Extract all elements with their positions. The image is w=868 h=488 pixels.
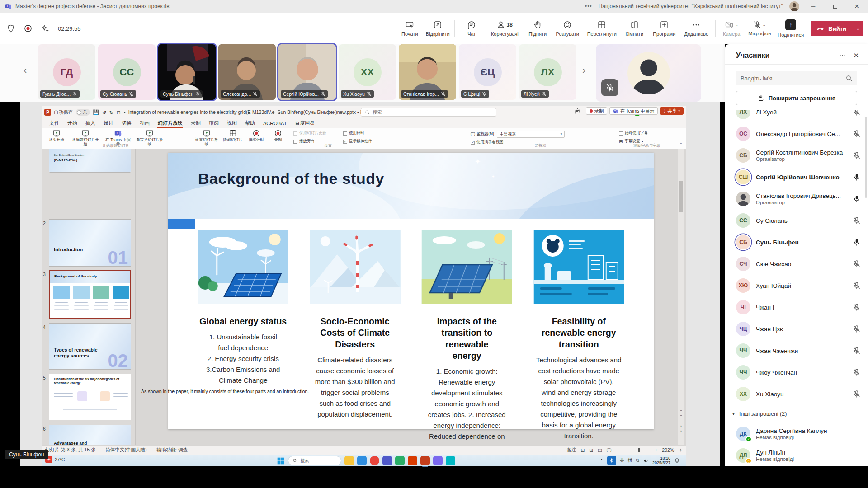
ppt-menu-tab[interactable]: 帮助 xyxy=(241,118,259,128)
ppt-search-box[interactable]: 搜索 xyxy=(361,108,496,117)
participants-button[interactable]: 18Користувачі xyxy=(486,20,524,37)
previous-slide-button[interactable]: ⌃⌃ xyxy=(678,409,684,419)
minimize-button[interactable]: ─ xyxy=(806,0,821,13)
react-button[interactable]: Реагувати xyxy=(552,20,583,37)
video-tile[interactable]: ГД Гуань Діюа... xyxy=(38,44,95,100)
ppt-menu-tab[interactable]: 插入 xyxy=(81,118,99,128)
save-icon[interactable]: 💾 xyxy=(93,109,99,115)
ppt-menu-tab[interactable]: 录制 xyxy=(187,118,205,128)
taskbar-app-icon[interactable] xyxy=(344,456,354,465)
fit-to-window-icon[interactable]: ✧ xyxy=(679,447,683,453)
taskbar-app-icon[interactable] xyxy=(433,456,443,465)
panel-scrollbar[interactable] xyxy=(865,117,867,198)
panel-more-icon[interactable] xyxy=(839,52,846,59)
taskbar-app-icon[interactable] xyxy=(395,456,405,465)
participant-row[interactable]: СБ Сунь Біньфен xyxy=(725,231,868,253)
unpin-button[interactable]: Відкріпити xyxy=(424,20,452,37)
participant-row[interactable]: СС Су Сюлань xyxy=(725,210,868,231)
normal-view-icon[interactable]: ⊡ xyxy=(580,447,585,453)
zoom-level[interactable]: 202% xyxy=(662,447,674,453)
ppt-menu-tab[interactable]: 视图 xyxy=(223,118,241,128)
camera-button[interactable]: ⌄Камера xyxy=(718,20,745,37)
video-tile[interactable]: XX Xu Xiaoyu xyxy=(339,44,396,100)
slide-thumbnail-5[interactable]: Classification of the six major categori… xyxy=(49,374,131,420)
taskbar-app-icon[interactable] xyxy=(408,456,417,465)
video-tile[interactable]: Олександр... xyxy=(218,44,276,100)
slide-thumbnail-4[interactable]: 02 Types of renewable energy sources xyxy=(49,323,131,370)
video-tile-speaking[interactable]: Сергій Юрійов... xyxy=(278,44,336,100)
ppt-share-button[interactable]: ⤴共享▾ xyxy=(660,107,684,115)
slide-thumbnail-3-selected[interactable]: Background of the study xyxy=(49,270,131,319)
maximize-button[interactable] xyxy=(827,0,843,13)
ppt-menu-tab[interactable]: 幻灯片放映 xyxy=(154,118,187,128)
participant-row[interactable]: ЧЦ Чжан Цзє xyxy=(725,318,868,340)
language-indicator[interactable]: 简体中文(中国大陆) xyxy=(105,447,146,453)
taskbar-app-icon[interactable] xyxy=(446,456,455,465)
ppt-menu-tab[interactable]: 开始 xyxy=(63,118,81,128)
video-tile[interactable]: Станіслав Ігор... xyxy=(399,44,456,100)
rooms-button[interactable]: Кімнати xyxy=(620,20,648,37)
raise-hand-button[interactable]: Підняти xyxy=(524,20,552,37)
ppt-menu-tab[interactable]: 审阅 xyxy=(205,118,223,128)
taskbar-search[interactable]: 搜索 xyxy=(288,456,341,465)
ppt-menu-tab[interactable]: 文件 xyxy=(45,118,63,128)
accessibility-status[interactable]: 辅助功能: 调查 xyxy=(156,447,188,453)
volume-icon[interactable] xyxy=(643,458,649,464)
always-captions-checkbox[interactable]: 始终使用字幕 xyxy=(619,131,648,136)
slide-thumbnail-6[interactable]: 03 Advantages and disadvantages of grid-… xyxy=(49,425,131,445)
share-tray-button[interactable]: ↑Поділитися xyxy=(774,19,807,38)
video-tile-speaking[interactable]: Сунь Біньфен xyxy=(158,44,216,100)
taskbar-clock[interactable]: 18:162025/6/27 xyxy=(652,456,670,465)
strip-scroll-left[interactable]: ‹ xyxy=(24,65,27,76)
titlebar-avatar[interactable] xyxy=(789,1,799,11)
invited-row[interactable]: ДЛ Дун Ліньїн Немає відповіді xyxy=(725,445,868,466)
view-button[interactable]: Переглянути xyxy=(583,20,620,37)
next-slide-button[interactable]: ⌄⌄ xyxy=(678,423,684,433)
tray-expand-chevron[interactable]: ⌃ xyxy=(599,458,603,463)
notes-toggle-button[interactable]: 备注 xyxy=(566,447,576,453)
panel-close-icon[interactable]: ✕ xyxy=(853,52,859,60)
collapse-ribbon-icon[interactable]: ⌃ xyxy=(679,142,683,147)
video-tile[interactable]: ЄЦ Є Цзиці xyxy=(459,44,516,100)
notifications-bell-icon[interactable] xyxy=(674,458,680,464)
slideshow-view-icon[interactable]: 🖵 xyxy=(607,447,611,453)
more-button[interactable]: Додатково xyxy=(680,20,712,37)
apps-button[interactable]: Програми xyxy=(648,20,680,37)
participant-row[interactable]: СД Станіслав Ігорович Дривець... Організ… xyxy=(725,188,868,210)
participant-row[interactable]: XX Xu Xiaoyu xyxy=(725,383,868,405)
recording-indicator-icon[interactable] xyxy=(24,24,33,33)
ime-en-indicator[interactable]: 英 xyxy=(620,457,624,464)
close-button[interactable]: ✕ xyxy=(849,0,864,13)
slide-notes-text[interactable]: As shown in the paper, it mainly consist… xyxy=(141,389,309,394)
monitor-dropdown[interactable]: 主监视器▾ xyxy=(497,131,565,138)
present-in-teams-button[interactable]: 在 Teams 中展示 xyxy=(609,107,658,115)
ppt-menu-tab[interactable]: 动画 xyxy=(136,118,154,128)
ime-pinyin-indicator[interactable]: 拼 xyxy=(628,457,632,464)
slide-thumbnail-1[interactable]: Sun Binfeng/Сунь Біньфен (E-M123d7Ve) xyxy=(49,149,131,173)
use-timings-checkbox[interactable]: 使用计时 xyxy=(343,131,364,136)
undo-icon[interactable]: ↺ xyxy=(102,110,106,115)
invited-row[interactable]: ДК Дарина Сергіївна Каплун Немає відпові… xyxy=(725,423,868,445)
participant-row[interactable]: СШ Сергій Юрійович Шевченко xyxy=(725,166,868,188)
titlebar-overflow-icon[interactable]: ••• xyxy=(585,3,592,9)
participant-row[interactable]: СЧ Сюе Чжихао xyxy=(725,253,868,275)
participant-row[interactable]: ЧІ Чжан І xyxy=(725,296,868,318)
leave-button[interactable]: Вийти ⌄ xyxy=(811,21,863,36)
video-tile[interactable]: СС Су Сюлань xyxy=(98,44,156,100)
participant-row[interactable]: ЛХ Лі Хуей xyxy=(725,110,868,123)
participant-row[interactable]: ХЮ Хуан Юйцай xyxy=(725,275,868,296)
share-invite-button[interactable]: Поширити запрошення xyxy=(736,91,857,105)
ppt-menu-tab[interactable]: ACROBAT xyxy=(259,118,291,128)
invited-section-header[interactable]: ▼ Інші запрошені (2) xyxy=(725,405,868,423)
comments-icon[interactable] xyxy=(571,107,584,115)
participant-row[interactable]: ЧЧ Чжоу Чженчан xyxy=(725,361,868,383)
taskbar-app-icon[interactable] xyxy=(420,456,430,465)
video-tile[interactable]: ЛХ Лі Хуей xyxy=(519,44,576,100)
ppt-menu-tab[interactable]: 设计 xyxy=(99,118,118,128)
start-share-button[interactable]: Почати xyxy=(396,20,424,37)
taskbar-app-icon[interactable] xyxy=(382,456,392,465)
security-shield-icon[interactable] xyxy=(6,24,15,33)
taskbar-app-icon[interactable] xyxy=(370,456,379,465)
participant-search-input[interactable]: Введіть ім'я xyxy=(736,71,857,85)
ppt-menu-tab[interactable]: 切换 xyxy=(118,118,136,128)
